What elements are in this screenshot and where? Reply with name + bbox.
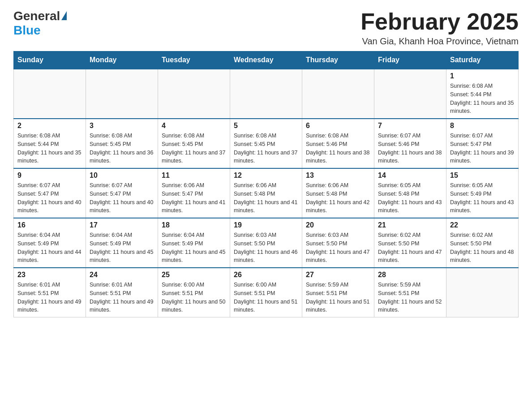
day-info: Sunrise: 6:05 AM Sunset: 5:49 PM Dayligh… <box>450 181 515 215</box>
day-number: 11 <box>162 171 226 180</box>
day-number: 15 <box>450 171 515 180</box>
day-number: 8 <box>450 122 515 130</box>
col-monday: Monday <box>86 51 158 69</box>
day-number: 9 <box>17 171 82 180</box>
calendar-cell-w1-d6: 1Sunrise: 6:08 AM Sunset: 5:44 PM Daylig… <box>446 69 519 119</box>
day-number: 3 <box>90 122 154 130</box>
calendar-cell-w1-d4 <box>302 69 374 119</box>
day-info: Sunrise: 6:08 AM Sunset: 5:46 PM Dayligh… <box>306 132 370 165</box>
day-info: Sunrise: 6:06 AM Sunset: 5:47 PM Dayligh… <box>162 181 226 215</box>
day-number: 7 <box>378 122 442 130</box>
day-number: 14 <box>378 171 442 180</box>
day-info: Sunrise: 6:00 AM Sunset: 5:51 PM Dayligh… <box>162 281 226 314</box>
calendar-cell-w5-d5: 28Sunrise: 5:59 AM Sunset: 5:51 PM Dayli… <box>374 268 446 317</box>
day-info: Sunrise: 6:08 AM Sunset: 5:44 PM Dayligh… <box>17 132 82 165</box>
day-info: Sunrise: 6:08 AM Sunset: 5:45 PM Dayligh… <box>90 132 154 165</box>
calendar-cell-w4-d1: 17Sunrise: 6:04 AM Sunset: 5:49 PM Dayli… <box>86 218 158 268</box>
day-info: Sunrise: 5:59 AM Sunset: 5:51 PM Dayligh… <box>306 281 370 314</box>
day-number: 18 <box>162 221 226 229</box>
day-number: 26 <box>234 271 298 279</box>
day-number: 6 <box>306 122 370 130</box>
friday-label: Friday <box>378 56 399 64</box>
day-info: Sunrise: 6:07 AM Sunset: 5:47 PM Dayligh… <box>90 181 154 215</box>
day-info: Sunrise: 6:06 AM Sunset: 5:48 PM Dayligh… <box>234 181 298 215</box>
day-info: Sunrise: 6:02 AM Sunset: 5:50 PM Dayligh… <box>378 231 442 265</box>
day-number: 17 <box>90 221 154 229</box>
calendar-week-4: 16Sunrise: 6:04 AM Sunset: 5:49 PM Dayli… <box>14 218 519 268</box>
calendar-cell-w5-d4: 27Sunrise: 5:59 AM Sunset: 5:51 PM Dayli… <box>302 268 374 317</box>
calendar-cell-w3-d5: 14Sunrise: 6:05 AM Sunset: 5:48 PM Dayli… <box>374 168 446 218</box>
day-number: 23 <box>17 271 82 279</box>
calendar-cell-w5-d3: 26Sunrise: 6:00 AM Sunset: 5:51 PM Dayli… <box>230 268 302 317</box>
saturday-label: Saturday <box>450 56 481 64</box>
day-number: 2 <box>17 122 82 130</box>
calendar-cell-w4-d5: 21Sunrise: 6:02 AM Sunset: 5:50 PM Dayli… <box>374 218 446 268</box>
monday-label: Monday <box>90 56 116 64</box>
calendar-cell-w1-d0 <box>14 69 86 119</box>
day-number: 19 <box>234 221 298 229</box>
day-info: Sunrise: 6:03 AM Sunset: 5:50 PM Dayligh… <box>306 231 370 265</box>
day-info: Sunrise: 6:07 AM Sunset: 5:47 PM Dayligh… <box>17 181 82 215</box>
calendar-cell-w5-d0: 23Sunrise: 6:01 AM Sunset: 5:51 PM Dayli… <box>14 268 86 317</box>
calendar-week-2: 2Sunrise: 6:08 AM Sunset: 5:44 PM Daylig… <box>14 119 519 168</box>
calendar-cell-w3-d1: 10Sunrise: 6:07 AM Sunset: 5:47 PM Dayli… <box>86 168 158 218</box>
calendar-cell-w2-d0: 2Sunrise: 6:08 AM Sunset: 5:44 PM Daylig… <box>14 119 86 168</box>
title-block: February 2025 Van Gia, Khanh Hoa Provinc… <box>360 9 519 47</box>
calendar-cell-w3-d6: 15Sunrise: 6:05 AM Sunset: 5:49 PM Dayli… <box>446 168 519 218</box>
day-number: 24 <box>90 271 154 279</box>
calendar-cell-w3-d3: 12Sunrise: 6:06 AM Sunset: 5:48 PM Dayli… <box>230 168 302 218</box>
day-info: Sunrise: 5:59 AM Sunset: 5:51 PM Dayligh… <box>378 281 442 314</box>
calendar-week-3: 9Sunrise: 6:07 AM Sunset: 5:47 PM Daylig… <box>14 168 519 218</box>
calendar-cell-w2-d3: 5Sunrise: 6:08 AM Sunset: 5:45 PM Daylig… <box>230 119 302 168</box>
calendar-cell-w1-d3 <box>230 69 302 119</box>
day-number: 13 <box>306 171 370 180</box>
day-info: Sunrise: 6:06 AM Sunset: 5:48 PM Dayligh… <box>306 181 370 215</box>
col-saturday: Saturday <box>446 51 519 69</box>
thursday-label: Thursday <box>306 56 338 64</box>
day-info: Sunrise: 6:04 AM Sunset: 5:49 PM Dayligh… <box>90 231 154 265</box>
calendar-cell-w1-d2 <box>158 69 230 119</box>
calendar-cell-w2-d6: 8Sunrise: 6:07 AM Sunset: 5:47 PM Daylig… <box>446 119 519 168</box>
day-number: 22 <box>450 221 515 229</box>
day-info: Sunrise: 6:04 AM Sunset: 5:49 PM Dayligh… <box>17 231 82 265</box>
calendar-cell-w5-d6 <box>446 268 519 317</box>
calendar-cell-w3-d4: 13Sunrise: 6:06 AM Sunset: 5:48 PM Dayli… <box>302 168 374 218</box>
day-info: Sunrise: 6:08 AM Sunset: 5:45 PM Dayligh… <box>234 132 298 165</box>
logo-general-label: General <box>13 9 60 23</box>
calendar-cell-w5-d1: 24Sunrise: 6:01 AM Sunset: 5:51 PM Dayli… <box>86 268 158 317</box>
day-number: 21 <box>378 221 442 229</box>
calendar-cell-w2-d4: 6Sunrise: 6:08 AM Sunset: 5:46 PM Daylig… <box>302 119 374 168</box>
calendar-cell-w2-d5: 7Sunrise: 6:07 AM Sunset: 5:46 PM Daylig… <box>374 119 446 168</box>
day-info: Sunrise: 6:02 AM Sunset: 5:50 PM Dayligh… <box>450 231 515 265</box>
day-info: Sunrise: 6:08 AM Sunset: 5:44 PM Dayligh… <box>450 82 515 116</box>
calendar-cell-w2-d2: 4Sunrise: 6:08 AM Sunset: 5:45 PM Daylig… <box>158 119 230 168</box>
calendar-week-5: 23Sunrise: 6:01 AM Sunset: 5:51 PM Dayli… <box>14 268 519 317</box>
calendar-cell-w5-d2: 25Sunrise: 6:00 AM Sunset: 5:51 PM Dayli… <box>158 268 230 317</box>
day-info: Sunrise: 6:04 AM Sunset: 5:49 PM Dayligh… <box>162 231 226 265</box>
logo-triangle-icon <box>61 11 67 20</box>
day-info: Sunrise: 6:03 AM Sunset: 5:50 PM Dayligh… <box>234 231 298 265</box>
calendar-cell-w4-d0: 16Sunrise: 6:04 AM Sunset: 5:49 PM Dayli… <box>14 218 86 268</box>
logo: General Blue <box>13 9 67 38</box>
day-number: 12 <box>234 171 298 180</box>
day-number: 4 <box>162 122 226 130</box>
day-number: 28 <box>378 271 442 279</box>
location-subtitle: Van Gia, Khanh Hoa Province, Vietnam <box>360 36 519 47</box>
calendar-cell-w1-d1 <box>86 69 158 119</box>
col-thursday: Thursday <box>302 51 374 69</box>
day-number: 27 <box>306 271 370 279</box>
calendar-header-row: Sunday Monday Tuesday Wednesday Thursday… <box>14 51 519 69</box>
month-title: February 2025 <box>360 9 519 34</box>
day-info: Sunrise: 6:07 AM Sunset: 5:46 PM Dayligh… <box>378 132 442 165</box>
day-number: 10 <box>90 171 154 180</box>
page-header: General Blue February 2025 Van Gia, Khan… <box>13 9 519 47</box>
col-sunday: Sunday <box>14 51 86 69</box>
day-number: 5 <box>234 122 298 130</box>
day-number: 20 <box>306 221 370 229</box>
day-number: 25 <box>162 271 226 279</box>
calendar-cell-w4-d2: 18Sunrise: 6:04 AM Sunset: 5:49 PM Dayli… <box>158 218 230 268</box>
day-number: 16 <box>17 221 82 229</box>
day-info: Sunrise: 6:05 AM Sunset: 5:48 PM Dayligh… <box>378 181 442 215</box>
calendar-cell-w4-d6: 22Sunrise: 6:02 AM Sunset: 5:50 PM Dayli… <box>446 218 519 268</box>
wednesday-label: Wednesday <box>234 56 274 64</box>
